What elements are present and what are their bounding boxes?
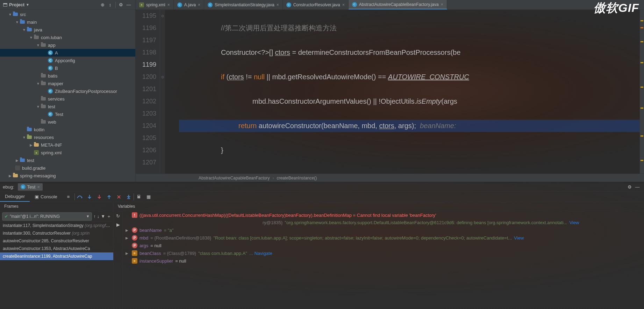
debug-panel: ebug: C Test × ⚙ — Debugger ▣Console ≡ 🖩… — [0, 182, 644, 309]
project-tree[interactable]: ▼src ▼main ▼java ▼com.luban ▼app CA CApp… — [0, 10, 135, 182]
xml-icon: x — [34, 150, 39, 155]
tree-node-mapper[interactable]: ▼mapper — [0, 80, 135, 87]
next-frame-icon[interactable]: ↓ — [97, 214, 100, 219]
frame-row[interactable]: instantiate:117, SimpleInstantiationStra… — [0, 222, 113, 229]
gear-icon[interactable]: ⚙ — [117, 1, 125, 9]
tab-aacbf[interactable]: CAbstractAutowireCapableBeanFactory.java… — [349, 0, 447, 9]
step-over-icon[interactable] — [75, 192, 85, 202]
class-icon: C — [48, 89, 53, 94]
close-icon[interactable]: × — [342, 2, 345, 7]
folder-icon — [34, 143, 39, 147]
debug-header: ebug: C Test × ⚙ — — [0, 182, 644, 192]
breadcrumb-class[interactable]: AbstractAutowireCapableBeanFactory — [199, 176, 270, 181]
tree-node-b[interactable]: CB — [0, 64, 135, 72]
package-icon — [41, 97, 46, 101]
chevron-right-icon: › — [272, 176, 274, 181]
frames-pane: ✔ "main"@1 i...n": RUNNING ▼ ↑ ↓ ▼ ＋ ins… — [0, 211, 114, 309]
tree-node-spring[interactable]: xspring.xml — [0, 149, 135, 156]
editor-tabs: xspring.xml× CA.java× CSimpleInstantiati… — [136, 0, 644, 10]
tree-node-a[interactable]: CA — [0, 49, 135, 57]
close-icon[interactable]: × — [167, 2, 170, 7]
project-icon — [3, 2, 8, 7]
tree-node-msg[interactable]: ▶spring-messaging — [0, 172, 135, 179]
force-step-into-icon[interactable] — [94, 192, 104, 202]
tab-console[interactable]: ▣Console — [30, 192, 62, 201]
var-row-mbd[interactable]: ▶Pmbd = {RootBeanDefinition@1838} "Root … — [123, 234, 644, 242]
editor-body[interactable]: 1195 1196 1197 1198 1199 1200 1201 1202 … — [136, 10, 644, 174]
hide-icon[interactable]: — — [125, 1, 133, 9]
variables-header: Variables — [114, 202, 139, 211]
tree-node-batis[interactable]: batis — [0, 72, 135, 80]
gradle-icon — [15, 165, 20, 170]
tree-node-services[interactable]: services — [0, 95, 135, 103]
view-link[interactable]: View — [514, 235, 524, 241]
frame-row[interactable]: createBeanInstance:1199, AbstractAutowir… — [0, 252, 113, 260]
code-area[interactable]: //第二次调用后置处理器推断构造方法 Constructor<?>[] ctor… — [165, 10, 640, 174]
evaluate-icon[interactable]: 🖩 — [134, 192, 144, 202]
tree-node-web[interactable]: web — [0, 118, 135, 126]
error-stripe[interactable] — [640, 10, 644, 174]
tree-node-app[interactable]: ▼app — [0, 41, 135, 49]
tree-node-zilu[interactable]: CZiluBeanFactoryPostprocessor — [0, 87, 135, 95]
tab-more[interactable]: ≡ — [62, 192, 75, 201]
tree-node-testfile[interactable]: CTest — [0, 110, 135, 118]
tree-node-metainf[interactable]: ▶META-INF — [0, 141, 135, 149]
tab-sis[interactable]: CSimpleInstantiationStrategy.java× — [204, 0, 283, 9]
prev-frame-icon[interactable]: ↑ — [93, 214, 96, 219]
var-row-this[interactable]: ry@1835} "org.springframework.beans.fact… — [123, 219, 644, 226]
step-into-icon[interactable] — [85, 192, 94, 202]
drop-frame-icon[interactable] — [114, 192, 124, 202]
vars-list[interactable]: !((java.util.concurrent.ConcurrentHashMa… — [123, 211, 644, 309]
tree-node-testdir[interactable]: ▶test — [0, 156, 135, 164]
sidebar-title-text: Project — [9, 2, 24, 7]
frame-row[interactable]: autowireConstructor:285, ConstructorReso… — [0, 237, 113, 245]
close-icon[interactable]: × — [37, 184, 40, 190]
var-row-beanname[interactable]: ▶PbeanName = "a" — [123, 226, 644, 234]
var-row-instance[interactable]: ≡instanceSupplier = null — [123, 257, 644, 265]
restart-icon[interactable]: ↻ — [116, 213, 120, 219]
frame-row[interactable]: autowireConstructor:1353, AbstractAutowi… — [0, 245, 113, 252]
close-icon[interactable]: × — [277, 2, 279, 7]
debug-run-tab[interactable]: C Test × — [18, 183, 43, 191]
folder-icon — [20, 159, 25, 162]
tree-node-test[interactable]: ▼test — [0, 103, 135, 110]
svg-rect-1 — [3, 3, 7, 4]
thread-selector[interactable]: ✔ "main"@1 i...n": RUNNING ▼ — [2, 212, 92, 221]
tab-spring[interactable]: xspring.xml× — [136, 0, 174, 9]
hide-icon[interactable]: — — [634, 184, 641, 190]
navigate-link[interactable]: ... Navigate — [249, 251, 272, 256]
tree-node-appconfig[interactable]: CAppconfig — [0, 57, 135, 64]
vars-pane: !((java.util.concurrent.ConcurrentHashMa… — [123, 211, 644, 309]
tab-a[interactable]: CA.java× — [174, 0, 204, 9]
step-out-icon[interactable] — [104, 192, 114, 202]
line-gutter: 1195 1196 1197 1198 1199 1200 1201 1202 … — [139, 10, 160, 174]
tree-node-kotlin[interactable]: kotlin — [0, 126, 135, 133]
close-icon[interactable]: × — [198, 2, 200, 7]
tree-node-main[interactable]: ▼main — [0, 18, 135, 26]
close-icon[interactable]: × — [441, 2, 443, 7]
view-link[interactable]: View — [569, 220, 579, 225]
gear-icon[interactable]: ⚙ — [626, 184, 634, 190]
var-row-beanclass[interactable]: ▶≡beanClass = {Class@1789} "class com.lu… — [123, 249, 644, 257]
target-icon[interactable]: ⊕ — [99, 1, 106, 9]
package-icon — [41, 43, 46, 47]
tree-node-pkg[interactable]: ▼com.luban — [0, 34, 135, 41]
breadcrumb-method[interactable]: createBeanInstance() — [277, 176, 317, 181]
frames-list[interactable]: instantiate:117, SimpleInstantiationStra… — [0, 222, 113, 309]
tree-node-gradle[interactable]: build.gradle — [0, 164, 135, 172]
expand-icon[interactable]: ↕ — [106, 1, 114, 9]
run-to-cursor-icon[interactable] — [124, 192, 134, 202]
tree-node-src[interactable]: ▼src — [0, 10, 135, 18]
filter-icon[interactable]: ▼ — [101, 214, 105, 219]
tab-cr[interactable]: CConstructorResolver.java× — [283, 0, 349, 9]
tree-node-java[interactable]: ▼java — [0, 26, 135, 34]
sidebar-title[interactable]: Project ▼ — [3, 2, 29, 7]
var-row-error[interactable]: !((java.util.concurrent.ConcurrentHashMa… — [123, 211, 644, 219]
frame-row[interactable]: instantiate:300, ConstructorResolver (or… — [0, 229, 113, 237]
down-icon[interactable]: ▶ — [116, 222, 120, 227]
var-row-args[interactable]: Pargs = null — [123, 242, 644, 249]
tree-node-resources[interactable]: ▼resources — [0, 133, 135, 141]
add-icon[interactable]: ＋ — [107, 213, 111, 220]
tab-debugger[interactable]: Debugger — [0, 192, 30, 202]
trace-icon[interactable]: ▦ — [144, 192, 153, 202]
